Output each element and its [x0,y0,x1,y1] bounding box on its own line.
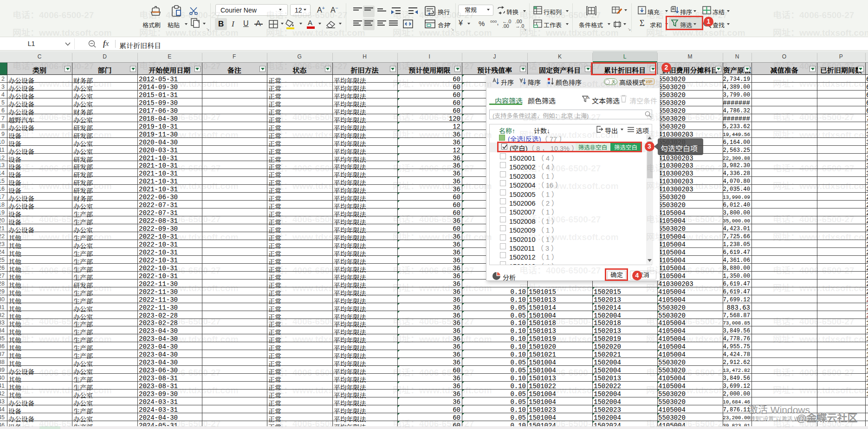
svg-text:A: A [587,96,590,100]
